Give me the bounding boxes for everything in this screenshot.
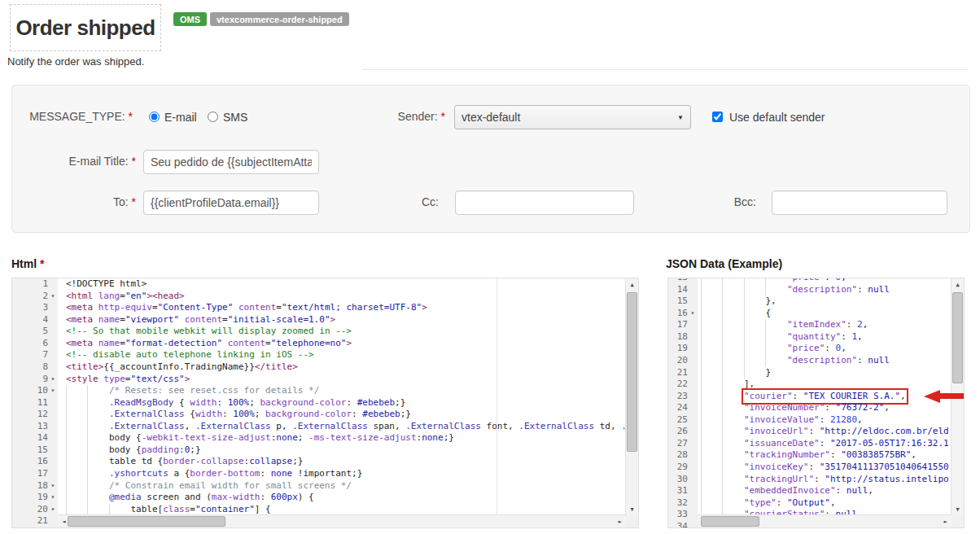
json-data-editor[interactable]: 13"price": 0,14"description": null15},16… — [667, 278, 965, 528]
code-token: collapse — [249, 456, 292, 468]
sender-select[interactable]: vtex-default ▼ — [454, 105, 691, 129]
indent-guides — [701, 295, 765, 308]
html-code-editor[interactable]: 1<!DOCTYPE html>2▾<html lang="en"><head>… — [11, 278, 639, 528]
sms-radio[interactable] — [208, 112, 218, 122]
code-token: !important;} — [292, 468, 362, 480]
bcc-input[interactable] — [772, 190, 947, 215]
editor-line: 20"description": null — [668, 355, 964, 367]
editor-line: 8<title>{{_accountInfo.TradingName}}</ti… — [12, 361, 638, 374]
html-editor-hscrollbar[interactable]: ◄ ► — [58, 514, 626, 527]
code-token: , — [911, 449, 917, 462]
code-token: name — [98, 338, 120, 350]
fold-icon[interactable]: ▾ — [48, 504, 58, 516]
to-input[interactable] — [143, 190, 319, 215]
scroll-down-icon[interactable]: ▼ — [626, 503, 638, 515]
editor-line: 6<meta name="format-detection" content="… — [12, 338, 638, 350]
code-token: "invoiceNumber" — [744, 402, 825, 414]
required-mark: * — [132, 155, 136, 168]
editor-line: 21} — [668, 367, 964, 379]
code-token: .ExternalClass — [195, 421, 271, 433]
fold-icon[interactable]: ▾ — [48, 374, 58, 386]
vscroll-thumb[interactable] — [952, 292, 963, 383]
code-token: "TEX COURIER S.A." — [803, 391, 900, 403]
page-title: Order shipped — [15, 15, 155, 41]
arrow-bar — [940, 393, 965, 399]
line-number: 21 — [12, 515, 48, 527]
email-title-input[interactable] — [143, 150, 319, 174]
fold-icon[interactable]: ▾ — [688, 308, 698, 320]
editor-line: 25"invoiceValue": 21280, — [668, 414, 964, 427]
code-token: = — [120, 314, 125, 326]
code-line: }, — [698, 295, 964, 308]
code-line: body {-webkit-text-size-adjust:none; -ms… — [58, 432, 638, 444]
code-token: "Output" — [787, 497, 830, 510]
code-token: : — [836, 485, 847, 497]
editor-line: 2▾<html lang="en"><head> — [12, 291, 638, 303]
code-line: <!-- disable auto telephone linking in i… — [58, 349, 638, 361]
code-token: "price" — [787, 278, 825, 284]
scroll-up-icon[interactable]: ▲ — [952, 278, 964, 291]
json-editor-hscrollbar[interactable]: ◄ ► — [698, 514, 952, 527]
editor-gutter: 21 — [668, 367, 698, 379]
html-editor-vscrollbar[interactable]: ▲ ▼ — [625, 278, 638, 515]
scroll-down-icon[interactable]: ▼ — [952, 503, 964, 515]
code-token: "initial-scale=1.0" — [228, 314, 330, 326]
code-token: null — [847, 485, 868, 497]
fold-icon[interactable]: ▾ — [48, 480, 58, 492]
bcc-label: Bcc: — [688, 195, 756, 208]
code-token: 100% — [233, 409, 255, 421]
fold-icon[interactable]: ▾ — [48, 385, 58, 397]
code-line: /* Resets: see reset.css for details */ — [58, 385, 638, 397]
line-number: 8 — [12, 361, 48, 374]
line-number: 15 — [12, 444, 48, 457]
code-token: : — [825, 278, 835, 284]
code-token: span, — [368, 421, 405, 433]
line-number: 32 — [668, 497, 688, 510]
code-line: "price": 0, — [698, 343, 964, 355]
scroll-up-icon[interactable]: ▲ — [626, 278, 638, 291]
scroll-right-icon[interactable]: ► — [939, 515, 952, 527]
code-token: : — [271, 432, 277, 444]
code-token: background-color — [265, 409, 352, 421]
hscroll-thumb[interactable] — [701, 516, 759, 527]
email-radio[interactable] — [149, 112, 160, 122]
editor-line: 17.yshortcuts a {border-bottom: none !im… — [12, 468, 638, 480]
code-line: <meta http-equiv="Content-Type" content=… — [58, 302, 638, 314]
line-number: 3 — [12, 302, 48, 314]
line-number: 26 — [668, 426, 688, 438]
arrow-head-icon — [924, 390, 940, 403]
code-token: .ExternalClass — [518, 421, 594, 433]
code-token: 1 — [851, 331, 857, 344]
code-token: : — [841, 331, 851, 344]
line-number: 9 — [12, 374, 48, 386]
code-token: : — [417, 432, 422, 444]
code-token: </title> — [255, 361, 298, 374]
cc-input[interactable] — [455, 190, 634, 215]
code-token: none — [271, 468, 293, 480]
fold-icon[interactable]: ▾ — [48, 492, 58, 504]
editor-gutter: 10▾ — [12, 385, 58, 397]
message-settings-panel: MESSAGE_TYPE: * E-mail SMS Sender: * vte… — [11, 85, 970, 233]
code-token: "itemIndex" — [787, 319, 847, 331]
indent-guides — [701, 414, 744, 427]
use-default-sender-checkbox[interactable] — [712, 112, 723, 122]
vscroll-thumb[interactable] — [627, 292, 637, 452]
editor-line: 5<!-- So that mobile webkit will display… — [12, 326, 638, 338]
code-token: max-width — [212, 492, 260, 504]
code-line: "invoiceValue": 21280, — [698, 414, 964, 427]
code-token: : — [847, 319, 857, 331]
code-token: : — [260, 492, 270, 504]
hscroll-thumb[interactable] — [68, 516, 225, 527]
editor-gutter: 5 — [12, 326, 58, 338]
editor-gutter: 9▾ — [12, 374, 58, 386]
code-token: ;} — [395, 397, 405, 409]
editor-line: 7<!-- disable auto telephone linking in … — [12, 349, 638, 361]
fold-icon[interactable]: ▾ — [48, 291, 58, 303]
scroll-right-icon[interactable]: ► — [614, 515, 626, 527]
editor-line: 10▾/* Resets: see reset.css for details … — [12, 385, 638, 397]
code-token: "invoiceKey" — [744, 462, 808, 474]
code-token: 0 — [836, 278, 842, 284]
editor-gutter: 8 — [12, 361, 58, 374]
required-mark: * — [129, 110, 133, 123]
editor-line: 19▾@media screen and (max-width: 600px) … — [12, 492, 638, 504]
